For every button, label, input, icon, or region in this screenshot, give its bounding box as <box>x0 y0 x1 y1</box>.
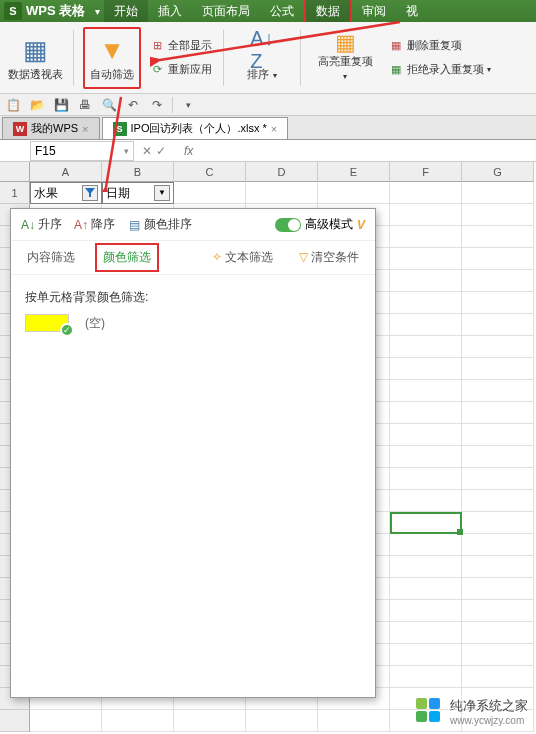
cell[interactable] <box>390 336 462 358</box>
cell-g1[interactable] <box>462 182 534 204</box>
cell[interactable] <box>462 270 534 292</box>
sort-desc-button[interactable]: A↑降序 <box>74 216 115 233</box>
tab-color-filter[interactable]: 颜色筛选 <box>95 243 159 272</box>
cell[interactable] <box>318 710 390 732</box>
close-icon[interactable]: × <box>271 123 277 135</box>
chevron-down-icon[interactable]: ▾ <box>124 146 129 156</box>
cell[interactable] <box>390 204 462 226</box>
cell[interactable] <box>390 270 462 292</box>
cell[interactable] <box>462 314 534 336</box>
menu-tab-layout[interactable]: 页面布局 <box>192 0 260 23</box>
cell-b1[interactable]: 日期 ▼ <box>102 182 174 204</box>
chevron-down-icon[interactable]: ▾ <box>95 6 100 17</box>
cell[interactable] <box>462 534 534 556</box>
menu-tab-start[interactable]: 开始 <box>104 0 148 23</box>
col-header-c[interactable]: C <box>174 162 246 182</box>
cell-c1[interactable] <box>174 182 246 204</box>
col-header-f[interactable]: F <box>390 162 462 182</box>
cell[interactable] <box>462 600 534 622</box>
doctab-ipo[interactable]: S IPO回访列表（个人）.xlsx * × <box>102 117 289 139</box>
cell[interactable] <box>246 710 318 732</box>
cell[interactable] <box>462 248 534 270</box>
qat-dropdown-icon[interactable]: ▾ <box>179 96 197 114</box>
tab-text-filter[interactable]: ✧文本筛选 <box>206 245 279 270</box>
cell-e1[interactable] <box>318 182 390 204</box>
cell[interactable] <box>462 644 534 666</box>
cell[interactable] <box>390 556 462 578</box>
cell[interactable] <box>390 424 462 446</box>
redo-icon[interactable]: ↷ <box>148 96 166 114</box>
advanced-mode-toggle[interactable]: 高级模式 V <box>275 216 365 233</box>
cell[interactable] <box>462 424 534 446</box>
cell[interactable] <box>390 292 462 314</box>
cell[interactable] <box>462 336 534 358</box>
cell[interactable] <box>390 314 462 336</box>
cell[interactable] <box>462 622 534 644</box>
col-header-a[interactable]: A <box>30 162 102 182</box>
confirm-icon[interactable]: ✓ <box>156 144 166 158</box>
tab-content-filter[interactable]: 内容筛选 <box>21 245 81 270</box>
pivot-table-button[interactable]: ▦ 数据透视表 <box>6 27 64 89</box>
auto-filter-button[interactable]: ▼ 自动筛选 <box>83 27 141 89</box>
col-header-e[interactable]: E <box>318 162 390 182</box>
cell[interactable] <box>462 380 534 402</box>
cell[interactable] <box>462 556 534 578</box>
cell[interactable] <box>462 512 534 534</box>
cell[interactable] <box>462 578 534 600</box>
cell[interactable] <box>390 622 462 644</box>
cell[interactable] <box>390 512 462 534</box>
cell[interactable] <box>390 402 462 424</box>
reject-dup-button[interactable]: ▦拒绝录入重复项 ▾ <box>386 60 493 80</box>
cell[interactable] <box>390 666 462 688</box>
highlight-dup-button[interactable]: ▦ 高亮重复项▾ <box>310 27 380 89</box>
menu-tab-view[interactable]: 视 <box>396 0 428 23</box>
cell[interactable] <box>390 358 462 380</box>
sort-button[interactable]: A↓Z 排序 ▾ <box>233 27 291 89</box>
col-header-d[interactable]: D <box>246 162 318 182</box>
cell[interactable] <box>462 490 534 512</box>
cell[interactable] <box>462 204 534 226</box>
empty-color-label[interactable]: (空) <box>85 315 105 332</box>
paste-icon[interactable]: 📋 <box>4 96 22 114</box>
cell-a1[interactable]: 水果 <box>30 182 102 204</box>
cell[interactable] <box>462 468 534 490</box>
cell-f1[interactable] <box>390 182 462 204</box>
close-icon[interactable]: × <box>82 123 88 135</box>
doctab-mywps[interactable]: W 我的WPS × <box>2 117 100 139</box>
reapply-button[interactable]: ⟳重新应用 <box>147 60 214 80</box>
del-dup-button[interactable]: ▦删除重复项 <box>386 36 493 56</box>
show-all-button[interactable]: ⊞全部显示 <box>147 36 214 56</box>
fx-icon[interactable]: fx <box>184 144 193 158</box>
clear-conditions-button[interactable]: ▽清空条件 <box>293 245 365 270</box>
cell[interactable] <box>462 402 534 424</box>
cell[interactable] <box>390 644 462 666</box>
col-header-g[interactable]: G <box>462 162 534 182</box>
col-header-b[interactable]: B <box>102 162 174 182</box>
cell[interactable] <box>390 226 462 248</box>
color-sort-button[interactable]: ▤颜色排序 <box>127 216 192 233</box>
cell[interactable] <box>102 710 174 732</box>
cell[interactable] <box>462 292 534 314</box>
menu-tab-insert[interactable]: 插入 <box>148 0 192 23</box>
cell[interactable] <box>174 710 246 732</box>
cell[interactable] <box>462 446 534 468</box>
cell[interactable] <box>390 600 462 622</box>
print-preview-icon[interactable]: 🔍 <box>100 96 118 114</box>
cell[interactable] <box>390 248 462 270</box>
menu-tab-formula[interactable]: 公式 <box>260 0 304 23</box>
cell-d1[interactable] <box>246 182 318 204</box>
cell[interactable] <box>462 666 534 688</box>
filter-dropdown-b1[interactable]: ▼ <box>154 185 170 201</box>
cell[interactable] <box>390 490 462 512</box>
row-header-1[interactable]: 1 <box>0 182 30 204</box>
cell[interactable] <box>390 468 462 490</box>
save-icon[interactable]: 💾 <box>52 96 70 114</box>
name-box[interactable]: F15 ▾ <box>30 141 134 161</box>
cell[interactable] <box>390 380 462 402</box>
select-all-corner[interactable] <box>0 162 30 182</box>
cancel-icon[interactable]: ✕ <box>142 144 152 158</box>
print-icon[interactable]: 🖶 <box>76 96 94 114</box>
cell[interactable] <box>462 358 534 380</box>
undo-icon[interactable]: ↶ <box>124 96 142 114</box>
open-icon[interactable]: 📂 <box>28 96 46 114</box>
